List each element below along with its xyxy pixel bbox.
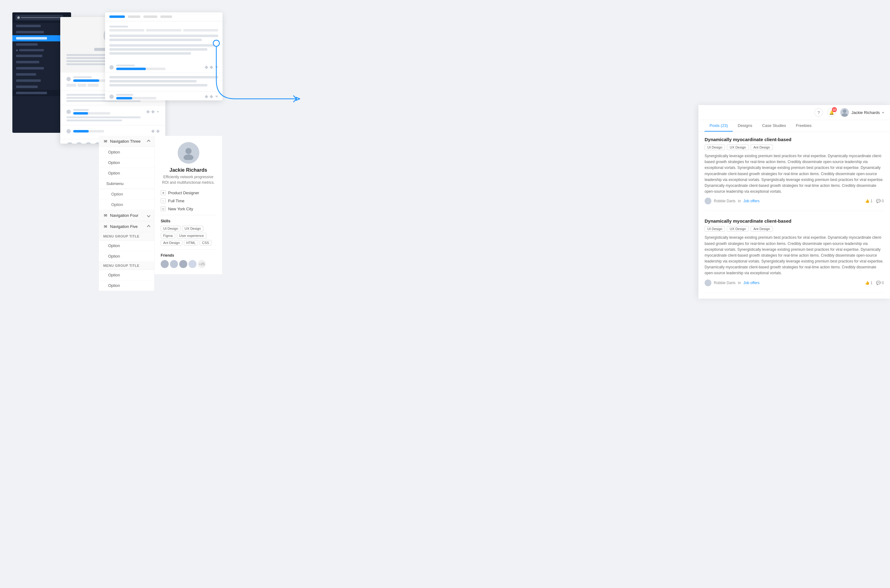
user-dropdown-icon[interactable]: ▾ [882,111,884,114]
mail-icon-2: ✉ [103,213,108,218]
form-section-2 [105,92,223,100]
form-row-1 [110,26,218,32]
nav-four-header[interactable]: ✉ Navigation Four [99,210,154,221]
post-2-tag-0: UI Design [705,226,725,232]
menu-group-title-2: Menu Group Title [99,262,154,270]
sidebar-item-label [16,86,38,88]
nav-menu-panel: ✉ Navigation Three Option Option Option … [99,136,155,291]
diamond-icon-5 [151,129,155,133]
profile-employment: Full Time [168,199,185,203]
tab-case-studies[interactable]: Case Studies [757,120,791,132]
sidebar-search[interactable] [15,15,63,20]
chevron-down-nav4 [147,214,150,217]
group1-option-1[interactable]: Option [99,241,154,251]
skill-tag-2: Figma [161,233,175,238]
mini-avatar-2 [76,142,83,144]
mail-icon-3: ✉ [103,225,108,229]
diamond-form-3 [204,95,208,98]
notification-button[interactable]: 🔔 22 [827,108,836,117]
post-1-likes[interactable]: 👍 1 [865,199,873,203]
user-name: Jackie Richards [851,110,880,115]
user-avatar [840,108,849,117]
user-info[interactable]: Jackie Richards ▾ [840,108,884,117]
post-2-likes[interactable]: 👍 1 [865,281,873,285]
post-2-tag-2: Ant Design [751,226,773,232]
tab-freebies[interactable]: Freebies [791,120,817,132]
nav-three-option-1[interactable]: Option [99,147,154,158]
sidebar-dot [16,50,18,51]
post-2-comments[interactable]: 💬 0 [876,281,884,285]
profile-icon [66,77,71,81]
chevron-form-icon-2 [215,96,218,98]
employment-icon: ○ [161,198,165,203]
group2-option-1[interactable]: Option [99,270,154,280]
skill-tag-0: UI Design [161,226,180,231]
post-1-tags: UI Design UX Design Ant Design [705,144,884,150]
profile-role-row: ◈ Product Designer [161,190,216,195]
form-tab-3[interactable] [143,15,157,18]
submenu-option-2[interactable]: Option [99,200,154,210]
nav-four-left: ✉ Navigation Four [103,213,138,218]
post-1-tag-0: UI Design [705,144,725,150]
sidebar-item-label [16,55,42,57]
group2-option-2[interactable]: Option [99,280,154,291]
diamond-form-1 [204,66,208,69]
profile-location: New York City [168,207,193,211]
profile-bio: Efficiently network progressive ROI and … [161,174,216,185]
friend-avatar-3 [179,260,187,268]
submenu-label: Submenu [106,181,123,186]
friend-avatar-2 [170,260,178,268]
sidebar-item-label [16,80,41,82]
group1-option-2[interactable]: Option [99,251,154,262]
nav-five-label: Navigation Five [110,224,138,229]
chevron-form-icon [215,66,218,68]
post-2-tag-1: UX Design [727,226,749,232]
post-1-comments[interactable]: 💬 0 [876,199,884,203]
nav-five-header[interactable]: ✉ Navigation Five [99,221,154,232]
skill-tag-3: User experience [177,233,206,238]
feed-panel: ? 🔔 22 Jackie Richards ▾ Posts (23) Desi… [698,105,890,298]
svg-point-6 [842,113,848,117]
form-section-icon [110,65,114,69]
sidebar-item-label [16,67,44,69]
submenu-header[interactable]: Submenu [99,178,154,189]
post-2-meta: Robbie Darts in Job offers 👍 1 💬 0 [705,279,884,286]
post-1-tag-2: Ant Design [751,144,773,150]
submenu-option-1[interactable]: Option [99,189,154,200]
form-panel [105,12,223,100]
profile-icon-2 [66,110,71,114]
post-2-body: Synergistically leverage existing premiu… [705,235,884,276]
form-row-2 [110,34,218,41]
friends-row: +25 [161,260,216,268]
skill-tag-4: Ant Design [161,240,182,246]
chevron-up-nav5 [147,225,150,228]
post-1-title: Dynamically myocardinate client-based [705,137,884,142]
nav-three-option-3[interactable]: Option [99,168,154,178]
form-tab-4[interactable] [160,15,172,18]
search-line [21,17,61,18]
nav-three-header[interactable]: ✉ Navigation Three [99,136,154,147]
diamond-form-2 [209,66,213,69]
post-1-author: Robbie Darts [714,199,735,203]
diamond-icon-6 [156,129,159,133]
sidebar-item-label [16,25,41,27]
diamond-form-4 [209,95,213,98]
skills-title: Skills [161,219,216,223]
friends-more[interactable]: +25 [198,260,206,268]
friends-title: Friends [161,253,216,258]
nav-three-option-2[interactable]: Option [99,158,154,168]
form-tab-2[interactable] [128,15,140,18]
sidebar-item-label [16,43,38,46]
mini-avatar-3 [85,142,92,144]
post-1-tag-1: UX Design [727,144,749,150]
sidebar-item-label [16,61,39,63]
post-2-link[interactable]: Job offers [743,281,759,285]
tab-posts[interactable]: Posts (23) [705,120,733,132]
help-button[interactable]: ? [814,108,823,117]
post-1-link[interactable]: Job offers [743,199,759,203]
post-2-in: in [738,281,741,285]
post-2-actions: 👍 1 💬 0 [865,281,884,285]
tab-designs[interactable]: Designs [733,120,757,132]
diamond-icon-4 [151,110,155,113]
form-tab-active[interactable] [110,15,125,18]
